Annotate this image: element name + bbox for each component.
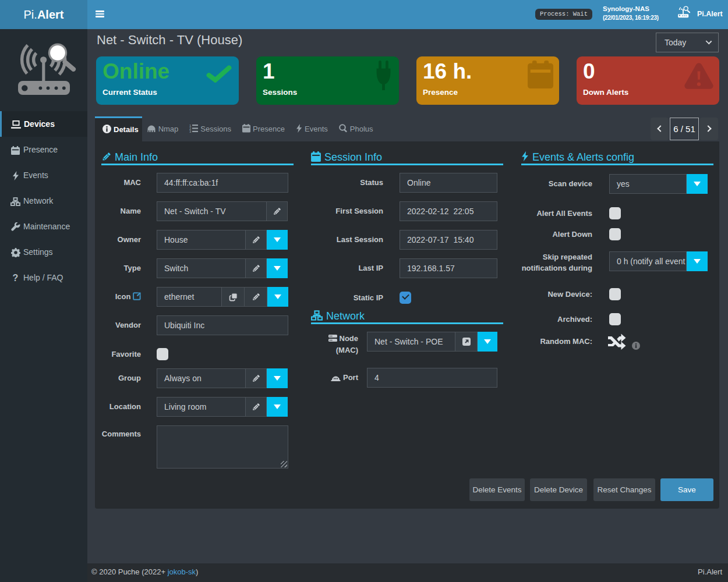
- svg-text:3: 3: [189, 130, 192, 133]
